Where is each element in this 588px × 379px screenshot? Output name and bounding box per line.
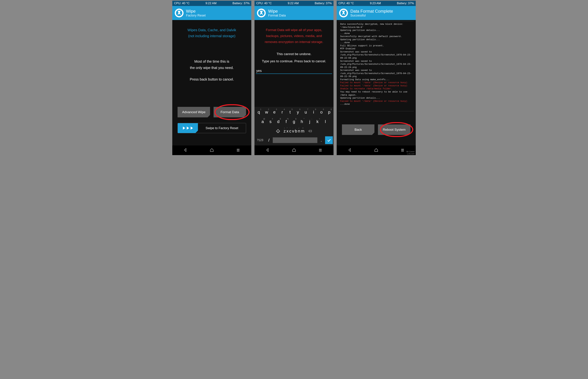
log-line: Successfully decrypted with default pass… [340,35,412,38]
warn-line: Format Data will wipe all of your apps, [260,27,328,33]
body-line: Most of the time this is [172,58,251,64]
log-line: Screenshot was saved to /usb_otg/Picture… [340,60,412,69]
key-f[interactable]: f% [283,117,290,126]
button-label: Format Data [220,110,239,114]
key-y[interactable]: y6 [294,108,302,116]
key-e[interactable]: e3 [271,108,278,116]
key-w[interactable]: w2 [263,108,270,116]
confirm-input[interactable] [256,68,332,74]
key-l[interactable]: l [322,117,329,126]
log-line: Screenshot was saved to /usb_otg/Picture… [340,69,412,78]
key-d[interactable]: d$ [275,117,282,126]
key-b[interactable]: b; [295,127,297,135]
format-data-button[interactable]: Format Data [214,107,246,117]
body-line: This cannot be undone. [254,50,334,58]
slash-key[interactable]: / [266,138,272,143]
body-line: Type yes to continue. Press back to canc… [254,58,334,65]
menu-icon[interactable] [318,148,323,153]
shift-key[interactable] [273,127,283,135]
key-x[interactable]: x" [286,127,288,135]
page-title: Wipe [186,9,206,14]
button-label: Back [354,128,362,132]
key-t[interactable]: t5 [286,108,294,116]
status-cpu: CPU: 40 °C [174,1,189,5]
key-r[interactable]: r4 [279,108,286,116]
page-subtitle: Format Data [268,14,286,17]
swipe-label: Swipe to Factory Reset [198,126,246,130]
divider [338,111,414,111]
menu-icon[interactable] [400,148,405,153]
log-line: Screenshot was saved to /usb_otg/Picture… [340,50,412,60]
warn-line: backups, pictures, videos, media, and [260,33,328,39]
log-line: Unable to recreate /data/media folder. [340,87,412,90]
header: Wipe Format Data [254,6,334,20]
status-time: 9:22 AM [205,1,216,5]
status-cpu: CPU: 40 °C [338,1,354,5]
warn-line: removes encryption on internal storage. [260,39,328,45]
page-subtitle: Successful [350,14,393,17]
log-line: ...done [340,32,412,35]
back-icon[interactable] [265,148,270,153]
status-time: 9:23 AM [370,1,381,5]
log-line: Updating partition details... [340,29,412,32]
swipe-to-factory-reset[interactable]: Swipe to Factory Reset [178,123,246,133]
info-line: Wipes Data, Cache, and Dalvik [172,27,251,33]
backspace-key[interactable] [305,127,315,135]
swipe-handle[interactable] [178,123,198,133]
home-icon[interactable] [292,148,296,153]
status-bar: CPU: 40 °C 9:22 AM Battery: 37% [172,1,251,6]
header: Wipe Factory Reset [172,6,251,20]
key-p[interactable]: p0 [326,108,333,116]
page-subtitle: Factory Reset [186,14,206,17]
menu-icon[interactable] [236,148,240,153]
screen-format-data: CPU: 40 °C 9:22 AM Battery: 37% Wipe For… [254,1,334,155]
page-title: Wipe [268,9,286,14]
info-text: Wipes Data, Cache, and Dalvik (not inclu… [172,20,251,39]
header: Data Format Complete Successful [337,6,416,20]
status-time: 9:22 AM [288,1,299,5]
key-k[interactable]: k+ [314,117,321,126]
home-icon[interactable] [210,148,214,153]
key-h[interactable]: h* [298,117,305,126]
key-m[interactable]: m? [301,127,304,135]
button-label: Advanced Wipe [182,110,205,114]
status-battery: Battery: 37% [397,1,414,5]
key-u[interactable]: u7 [302,108,309,116]
status-battery: Battery: 37% [233,1,250,5]
screen-wipe-factory-reset: CPU: 40 °C 9:22 AM Battery: 37% Wipe Fac… [172,1,251,155]
key-s[interactable]: s# [267,117,274,126]
reboot-system-button[interactable]: Reboot System [378,124,410,135]
period-key[interactable]: . [319,138,324,143]
back-icon[interactable] [183,148,188,153]
space-key[interactable] [273,137,317,143]
nav-bar [172,145,251,155]
key-a[interactable]: a@ [259,117,266,126]
log-line: Failed to mount '/data' (Device or resou… [340,100,412,103]
key-g[interactable]: g& [290,117,298,126]
status-bar: CPU: 40 °C 9:22 AM Battery: 37% [254,1,334,6]
body-text: This cannot be undone. Type yes to conti… [254,50,334,65]
nav-bar [254,145,334,155]
advanced-wipe-button[interactable]: Advanced Wipe [178,107,210,117]
key-z[interactable]: z! [284,127,286,135]
key-o[interactable]: o9 [318,108,325,116]
log-line: Updating partition details... [340,96,412,100]
log-line: Failed to mount '/data' (Device or resou… [340,81,412,84]
log-line: ...done [340,103,412,106]
key-n[interactable]: n/ [298,127,300,135]
warning-text: Format Data will wipe all of your apps, … [254,20,334,45]
key-i[interactable]: i8 [310,108,317,116]
key-q[interactable]: q1 [255,108,262,116]
key-j[interactable]: j- [306,117,313,126]
back-icon[interactable] [348,148,352,153]
status-bar: CPU: 40 °C 9:23 AM Battery: 37% [337,1,416,6]
enter-key[interactable] [325,136,333,144]
button-label: Reboot System [383,128,406,132]
home-icon[interactable] [374,148,378,153]
key-v[interactable]: v: [292,127,294,135]
mode-key[interactable]: ?123 [255,139,265,142]
back-button[interactable]: Back [342,124,374,135]
keyboard: q1w2e3r4t5y6u7i8o9p0 a@s#d$f%g&h*j-k+l z… [254,107,334,145]
key-c[interactable]: c' [289,127,291,135]
twrp-logo-icon [175,9,184,17]
